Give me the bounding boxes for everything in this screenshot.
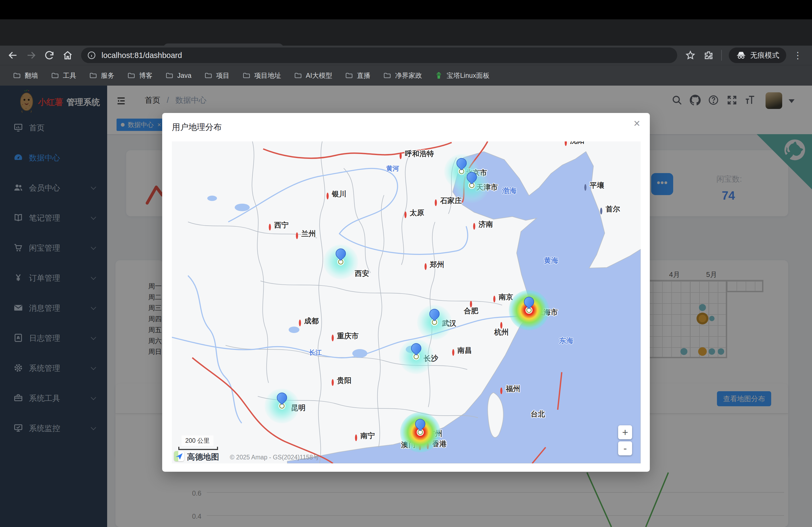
reload-icon[interactable] <box>44 50 55 61</box>
bookmark-宝塔Linux面板[interactable]: 宝塔Linux面板 <box>431 71 490 80</box>
bookmark-翻墙[interactable]: 翻墙 <box>9 71 38 80</box>
city-label: 成都 <box>304 316 319 326</box>
city-dot-icon <box>296 232 298 239</box>
extensions-icon[interactable] <box>704 50 714 60</box>
sea-label-黄海: 黄海 <box>544 256 559 266</box>
city-label: 郑州 <box>430 260 445 269</box>
city-label: 合肥 <box>464 306 478 316</box>
city-label: 西宁 <box>274 220 289 230</box>
city-dot-icon <box>400 152 402 159</box>
city-label: 银川 <box>332 189 346 199</box>
bookmark-label: 翻墙 <box>25 71 38 80</box>
map-pin-武汉[interactable] <box>429 308 440 325</box>
city-dot-icon <box>500 388 503 394</box>
url-text[interactable]: localhost:81/dashboard <box>102 51 182 60</box>
city-福州: 福州 <box>500 389 503 393</box>
city-郑州: 郑州 <box>424 264 427 269</box>
city-太原: 太原 <box>404 212 407 217</box>
city-首尔: 首尔 <box>600 209 602 214</box>
map-pin-长沙[interactable] <box>410 343 422 359</box>
city-dot-icon <box>435 199 437 206</box>
bookmark-AI大模型[interactable]: AI大模型 <box>290 71 332 80</box>
map-scale-bar <box>178 447 218 450</box>
bookmark-label: 宝塔Linux面板 <box>447 71 490 80</box>
city-label: 石家庄 <box>440 196 462 206</box>
city-label: 济南 <box>478 220 493 229</box>
home-icon[interactable] <box>62 50 73 61</box>
bookmark-label: 直播 <box>357 71 370 80</box>
bookmark-博客[interactable]: 博客 <box>124 71 153 80</box>
bookmark-Java[interactable]: Java <box>162 71 191 79</box>
city-dot-icon <box>452 349 454 356</box>
city-label: 重庆市 <box>337 331 359 341</box>
city-dot-icon <box>332 335 334 341</box>
geo-distribution-modal: 用户地理分布 × <box>162 113 650 472</box>
city-dot-icon <box>473 223 475 230</box>
bookmark-label: 工具 <box>63 71 76 80</box>
zoom-in-button[interactable]: + <box>618 425 632 439</box>
map-pin-上海[interactable] <box>523 296 535 312</box>
folder-icon <box>294 71 302 79</box>
zoom-out-button[interactable]: - <box>618 441 632 455</box>
bookmark-直播[interactable]: 直播 <box>341 71 370 80</box>
screen: 红薯×管理系统×红薯管理系统×登录× + localhost:81/dashbo… <box>0 0 812 527</box>
folder-icon <box>204 71 213 79</box>
bookmark-项目地址[interactable]: 项目地址 <box>239 71 281 80</box>
map-pin-昆明[interactable] <box>276 392 288 408</box>
browser-chrome: 红薯×管理系统×红薯管理系统×登录× + localhost:81/dashbo… <box>0 0 812 85</box>
bookmark-项目[interactable]: 项目 <box>201 71 230 80</box>
map-pin-广州[interactable] <box>414 418 426 434</box>
city-南京: 南京 <box>493 297 495 302</box>
bookmark-工具[interactable]: 工具 <box>47 71 76 80</box>
city-dot-icon <box>584 184 586 191</box>
browser-toolbar: localhost:81/dashboard 无痕模式 ⋮ <box>0 46 812 65</box>
city-dot-icon <box>600 208 602 214</box>
city-label: 贵阳 <box>337 376 351 385</box>
city-label: 太原 <box>410 208 424 217</box>
back-icon[interactable] <box>8 50 18 61</box>
forward-icon[interactable] <box>26 50 37 61</box>
bookmark-star-icon[interactable] <box>685 50 695 60</box>
city-重庆市: 重庆市 <box>332 336 334 341</box>
address-bar[interactable]: localhost:81/dashboard <box>81 47 677 63</box>
city-dot-icon <box>424 263 427 270</box>
site-info-icon[interactable] <box>87 51 96 60</box>
city-label: 台北 <box>531 409 545 419</box>
city-dot-icon <box>269 224 271 230</box>
folder-icon <box>127 71 135 79</box>
city-label: 福州 <box>506 384 520 394</box>
browser-menu-icon[interactable]: ⋮ <box>793 50 802 61</box>
city-label: 南昌 <box>458 346 472 355</box>
bookmark-label: 净界家政 <box>395 71 422 80</box>
folder-icon <box>345 71 353 79</box>
incognito-badge: 无痕模式 <box>729 47 786 63</box>
city-呼和浩特: 呼和浩特 <box>400 153 402 158</box>
incognito-label: 无痕模式 <box>750 50 779 60</box>
city-济南: 济南 <box>473 224 475 229</box>
city-成都: 成都 <box>299 321 301 326</box>
bookmark-label: 博客 <box>139 71 153 80</box>
map-base <box>172 141 641 463</box>
bookmark-label: Java <box>177 72 191 79</box>
bookmark-服务[interactable]: 服务 <box>85 71 114 80</box>
folder-icon <box>51 71 59 79</box>
amap-logo-icon <box>174 451 184 461</box>
map-scale-label: 200 公里 <box>182 436 214 446</box>
amap-china-map[interactable]: 渤海黄海东海黄河长江呼和浩特沈阳北京市天津市石家庄太原银川西宁兰州济南西安郑州南… <box>172 141 641 463</box>
city-合肥: 合肥 <box>470 302 472 307</box>
city-label: 沈阳 <box>570 141 584 146</box>
modal-close-icon[interactable]: × <box>634 118 640 129</box>
city-label: 南京 <box>499 292 513 302</box>
map-pin-天津[interactable] <box>466 171 478 187</box>
map-pin-西安[interactable] <box>335 248 347 264</box>
city-兰州: 兰州 <box>296 234 298 238</box>
city-平壤: 平壤 <box>584 185 586 190</box>
bookmark-净界家政[interactable]: 净界家政 <box>379 71 422 80</box>
city-label: 杭州 <box>494 327 509 337</box>
city-label: 兰州 <box>301 229 316 239</box>
bookmark-label: 项目地址 <box>254 71 281 80</box>
city-杭州: 杭州 <box>500 323 503 328</box>
map-attribution: © 2025 Amap - GS(2024)1158号 <box>230 453 319 462</box>
city-南昌: 南昌 <box>452 350 454 355</box>
city-dot-icon <box>493 296 495 302</box>
